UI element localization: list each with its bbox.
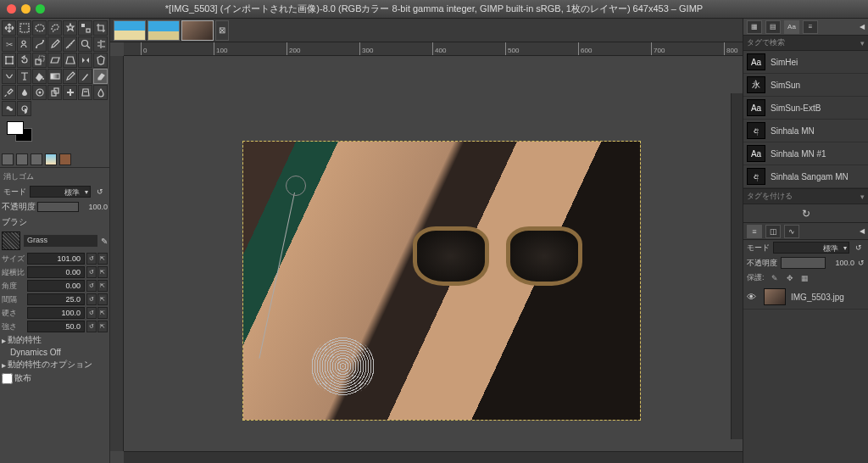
color-picker-tool[interactable] (47, 36, 62, 52)
refresh-fonts-icon[interactable]: ↻ (802, 208, 810, 220)
font-tag-row[interactable]: タグを付ける ▾ (743, 188, 868, 204)
by-color-select-tool[interactable] (78, 20, 92, 36)
maximize-window-button[interactable] (36, 4, 45, 14)
smudge-tool[interactable] (2, 101, 16, 116)
fuzzy-select-tool[interactable] (63, 20, 77, 36)
fg-color-swatch[interactable] (7, 121, 24, 135)
close-window-button[interactable] (7, 4, 16, 14)
scale-tool[interactable] (32, 53, 47, 68)
perspective-tool[interactable] (63, 53, 77, 68)
horizontal-scrollbar[interactable] (124, 451, 743, 463)
aspect-input[interactable]: 0.00 (27, 266, 85, 278)
font-list-item[interactable]: 永SimSun (743, 74, 868, 97)
canvas-viewport[interactable] (124, 56, 743, 451)
shear-tool[interactable] (47, 53, 62, 68)
chevron-down-icon[interactable]: ▾ (860, 192, 865, 201)
flip-tool[interactable] (78, 53, 92, 68)
dodge-burn-tool[interactable] (17, 101, 31, 116)
dynamics-value[interactable]: Dynamics Off (10, 348, 61, 357)
gradient-tool[interactable] (47, 69, 62, 84)
clone-tool[interactable] (47, 85, 62, 100)
mypaint-brush-tool[interactable] (32, 85, 47, 100)
minimize-window-button[interactable] (21, 4, 31, 14)
warp-tool[interactable] (2, 69, 16, 84)
eraser-tool[interactable] (93, 69, 108, 84)
pattern-indicator[interactable] (16, 153, 28, 165)
font-list-item[interactable]: අSinhala Sangam MN (743, 165, 868, 188)
spacing-input[interactable]: 25.0 (27, 293, 85, 305)
font-list-item[interactable]: AaSinhala MN #1 (743, 142, 868, 165)
rotate-tool[interactable] (17, 53, 31, 68)
image-tab-active[interactable] (181, 20, 214, 41)
opacity-slider[interactable] (37, 202, 79, 212)
history-tab-icon[interactable]: ≡ (803, 20, 818, 34)
image-tab-close-icon[interactable]: ⊠ (215, 20, 229, 41)
cage-tool[interactable] (93, 53, 108, 68)
dynamics-expand-icon[interactable]: ▸ (2, 336, 6, 345)
size-reset-icon[interactable]: ↺ (86, 253, 97, 265)
layer-item[interactable]: 👁IMG_5503.jpg (743, 285, 868, 310)
foreground-select-tool[interactable] (17, 36, 31, 52)
font-list-item[interactable]: AaSimHei (743, 51, 868, 74)
layers-mode-reset-icon[interactable]: ↺ (853, 242, 865, 254)
image-indicator-1[interactable] (45, 153, 57, 165)
chevron-down-icon[interactable]: ▾ (860, 39, 865, 47)
fonts-tab-icon[interactable]: Aa (784, 20, 799, 34)
layer-visibility-icon[interactable]: 👁 (747, 292, 759, 302)
paths-tool[interactable] (32, 36, 47, 52)
image-tab-1[interactable] (114, 20, 146, 41)
brush-indicator[interactable] (2, 153, 14, 165)
vertical-ruler[interactable] (110, 56, 124, 451)
size-link-icon[interactable]: ⇱ (97, 253, 108, 265)
unified-transform-tool[interactable] (2, 53, 16, 68)
hardness-reset-icon[interactable]: ↺ (86, 307, 97, 319)
lock-position-icon[interactable]: ✥ (785, 273, 795, 283)
perspective-clone-tool[interactable] (78, 85, 92, 100)
measure-tool[interactable] (63, 36, 77, 52)
zoom-tool[interactable] (78, 36, 92, 52)
crop-tool[interactable] (93, 20, 108, 36)
dynamics-options-expand-icon[interactable]: ▸ (2, 360, 6, 370)
brush-preview-swatch[interactable] (2, 232, 20, 250)
text-tool[interactable] (17, 69, 31, 84)
fg-bg-colors[interactable] (7, 121, 109, 152)
font-search-row[interactable]: タグで検索 ▾ (743, 36, 868, 51)
ellipse-select-tool[interactable] (32, 20, 47, 36)
force-reset-icon[interactable]: ↺ (86, 321, 97, 332)
rect-select-tool[interactable] (17, 20, 31, 36)
vertical-scrollbar[interactable] (731, 93, 743, 439)
layer-name-label[interactable]: IMG_5503.jpg (791, 293, 844, 302)
brush-name[interactable]: Grass (24, 235, 97, 247)
canvas[interactable] (242, 141, 641, 421)
force-input[interactable]: 50.0 (27, 321, 85, 332)
scatter-checkbox[interactable] (2, 373, 13, 384)
lock-pixels-icon[interactable]: ✎ (770, 273, 780, 283)
paths-tab-icon[interactable]: ∿ (784, 225, 799, 238)
angle-link-icon[interactable]: ⇱ (97, 280, 108, 292)
layers-tab-icon[interactable]: ≡ (747, 225, 762, 238)
horizontal-ruler[interactable]: 0100200300400500600700800 (124, 42, 743, 56)
channels-tab-icon[interactable]: ◫ (765, 225, 781, 238)
layers-opacity-slider[interactable] (781, 257, 826, 269)
force-link-icon[interactable]: ⇱ (97, 321, 108, 332)
image-indicator-2[interactable] (59, 153, 71, 165)
dock-menu-icon[interactable]: ◀ (860, 23, 865, 31)
hardness-input[interactable]: 100.0 (27, 307, 85, 319)
font-list-item[interactable]: අSinhala MN (743, 120, 868, 142)
angle-reset-icon[interactable]: ↺ (86, 280, 97, 292)
paintbrush-tool[interactable] (78, 69, 92, 84)
scissors-tool[interactable]: ✂ (2, 36, 16, 52)
patterns-tab-icon[interactable]: ▤ (765, 20, 781, 34)
angle-input[interactable]: 0.00 (27, 280, 85, 292)
heal-tool[interactable] (63, 85, 77, 100)
move-tool[interactable] (2, 20, 16, 36)
image-tab-2[interactable] (147, 20, 180, 41)
layers-dock-menu-icon[interactable]: ◀ (860, 227, 865, 235)
align-tool[interactable] (93, 36, 108, 52)
mode-dropdown[interactable]: 標準 (30, 186, 91, 198)
spacing-reset-icon[interactable]: ↺ (86, 293, 97, 305)
hardness-link-icon[interactable]: ⇱ (97, 307, 108, 319)
aspect-link-icon[interactable]: ⇱ (97, 266, 108, 278)
font-list-item[interactable]: AaSimSun-ExtB (743, 97, 868, 120)
spacing-link-icon[interactable]: ⇱ (97, 293, 108, 305)
